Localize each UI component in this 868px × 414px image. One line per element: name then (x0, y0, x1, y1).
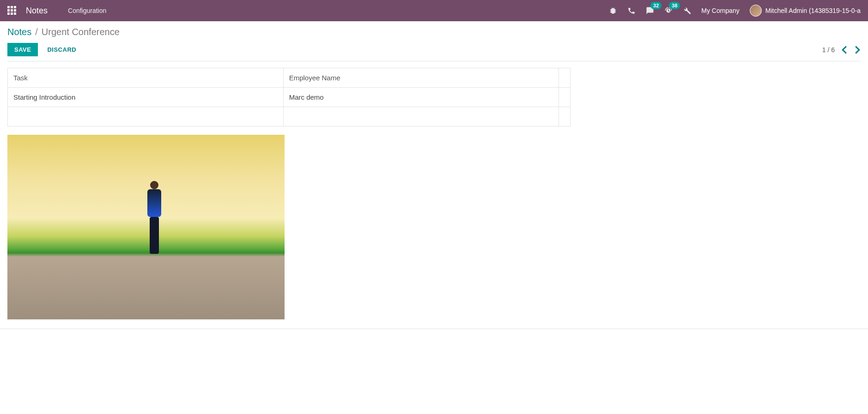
cell-extra (559, 107, 571, 126)
breadcrumb-sep: / (35, 27, 38, 37)
activities-badge: 38 (669, 2, 680, 9)
discard-button[interactable]: DISCARD (45, 43, 78, 56)
breadcrumb-root[interactable]: Notes (7, 27, 31, 37)
cell-extra (559, 88, 571, 107)
col-header-task[interactable]: Task (8, 68, 284, 88)
cell-employee[interactable]: Marc demo (283, 88, 558, 107)
messages-badge: 32 (650, 2, 662, 9)
save-button[interactable]: SAVE (7, 43, 38, 56)
company-selector[interactable]: My Company (701, 7, 739, 14)
breadcrumb: Notes / Urgent Conference (7, 27, 861, 37)
chevron-right-icon[interactable] (854, 45, 861, 54)
nav-configuration[interactable]: Configuration (68, 7, 106, 14)
app-name[interactable]: Notes (26, 6, 48, 16)
user-menu[interactable]: Mitchell Admin (14385319-15-0-a (750, 5, 861, 17)
col-header-extra (559, 68, 571, 88)
note-image (7, 135, 285, 319)
breadcrumb-current: Urgent Conference (42, 27, 120, 37)
cell-employee[interactable] (283, 107, 558, 126)
apps-icon[interactable] (7, 6, 17, 15)
note-table[interactable]: Task Employee Name Starting Introduction… (7, 68, 571, 126)
col-header-employee[interactable]: Employee Name (283, 68, 558, 88)
form-sheet: Task Employee Name Starting Introduction… (0, 61, 868, 329)
cell-task[interactable] (8, 107, 284, 126)
table-row[interactable]: Starting Introduction Marc demo (8, 88, 571, 107)
user-name: Mitchell Admin (14385319-15-0-a (765, 7, 861, 14)
tools-icon[interactable] (683, 6, 691, 15)
pager: 1 / 6 (822, 45, 861, 54)
table-row[interactable] (8, 107, 571, 126)
bug-icon[interactable] (609, 6, 617, 15)
chevron-left-icon[interactable] (841, 45, 848, 54)
avatar (750, 5, 762, 17)
cell-task[interactable]: Starting Introduction (8, 88, 284, 107)
pager-text: 1 / 6 (822, 46, 835, 54)
phone-icon[interactable] (627, 6, 636, 15)
activities-icon[interactable]: 38 (664, 6, 673, 15)
messages-icon[interactable]: 32 (646, 6, 654, 15)
top-navbar: Notes Configuration 32 38 My Company Mit… (0, 0, 868, 21)
